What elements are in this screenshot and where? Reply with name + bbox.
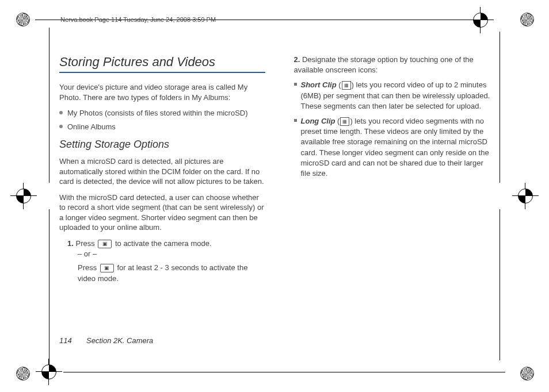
section-title: Storing Pictures and Videos bbox=[59, 55, 265, 70]
steps-list: 1. Press ▣ to activate the camera mode. … bbox=[59, 239, 265, 284]
crop-mark-tr bbox=[520, 13, 533, 25]
option-short-clip: Short Clip (▦) lets you record video of … bbox=[294, 80, 492, 112]
crop-line-bottom bbox=[63, 372, 505, 372]
step-text-pre: Press bbox=[75, 239, 97, 248]
option-label: Short Clip bbox=[301, 80, 337, 89]
option-label: Long Clip bbox=[301, 117, 336, 125]
reg-mark-ml bbox=[16, 189, 31, 203]
options-list: Short Clip (▦) lets you record video of … bbox=[294, 80, 492, 179]
intro-paragraph: Your device's picture and video storage … bbox=[59, 82, 265, 102]
step-number: 2. bbox=[294, 55, 300, 64]
subsection-title: Setting Storage Options bbox=[59, 139, 265, 151]
crop-line-left-lower bbox=[49, 209, 49, 364]
step-text-post: to activate the camera mode. bbox=[113, 239, 211, 248]
column-left: Storing Pictures and Videos Your device'… bbox=[59, 55, 265, 287]
body-paragraph: When a microSD card is detected, all pic… bbox=[59, 156, 265, 187]
crop-mark-bl bbox=[16, 367, 29, 379]
crop-line-right-upper bbox=[500, 32, 500, 183]
page-metadata: Nerva.book Page 114 Tuesday, June 24, 20… bbox=[60, 16, 216, 23]
page-footer: 114 Section 2K. Camera bbox=[59, 336, 153, 345]
reg-mark-mr bbox=[518, 189, 533, 203]
steps-list-continued: 2. Designate the storage option by touch… bbox=[286, 55, 492, 179]
camera-key-icon: ▣ bbox=[100, 264, 114, 272]
step-item: 2. Designate the storage option by touch… bbox=[294, 55, 492, 179]
step-number: 1. bbox=[67, 239, 74, 248]
step-alt-pre: Press bbox=[78, 263, 99, 272]
camera-key-icon: ▣ bbox=[98, 240, 112, 248]
page-content: Storing Pictures and Videos Your device'… bbox=[59, 55, 491, 287]
crop-line-right-lower bbox=[500, 209, 500, 360]
option-text: lets you record video segments with no p… bbox=[301, 117, 489, 178]
step-item: 1. Press ▣ to activate the camera mode. … bbox=[67, 239, 265, 284]
step-text: Designate the storage option by touching… bbox=[294, 55, 474, 74]
section-label: Section 2K. Camera bbox=[86, 336, 153, 345]
page-number: 114 bbox=[59, 336, 72, 345]
short-clip-icon: ▦ bbox=[342, 81, 351, 90]
reg-mark-tc bbox=[473, 13, 488, 28]
crop-mark-br bbox=[520, 367, 533, 379]
reg-mark-bc bbox=[41, 364, 56, 379]
crop-line-left-upper bbox=[49, 28, 49, 183]
list-item: My Photos (consists of files stored with… bbox=[59, 108, 265, 118]
list-item: Online Albums bbox=[59, 122, 265, 132]
column-right: 2. Designate the storage option by touch… bbox=[286, 55, 492, 287]
option-long-clip: Long Clip (▦) lets you record video segm… bbox=[294, 116, 492, 179]
album-types-list: My Photos (consists of files stored with… bbox=[59, 108, 265, 132]
crop-mark-tl bbox=[16, 13, 29, 25]
or-divider: – or – bbox=[67, 249, 265, 259]
step-alt: Press ▣ for at least 2 - 3 seconds to ac… bbox=[67, 263, 265, 283]
long-clip-icon: ▦ bbox=[340, 117, 349, 126]
body-paragraph: With the microSD card detected, a user c… bbox=[59, 193, 265, 233]
